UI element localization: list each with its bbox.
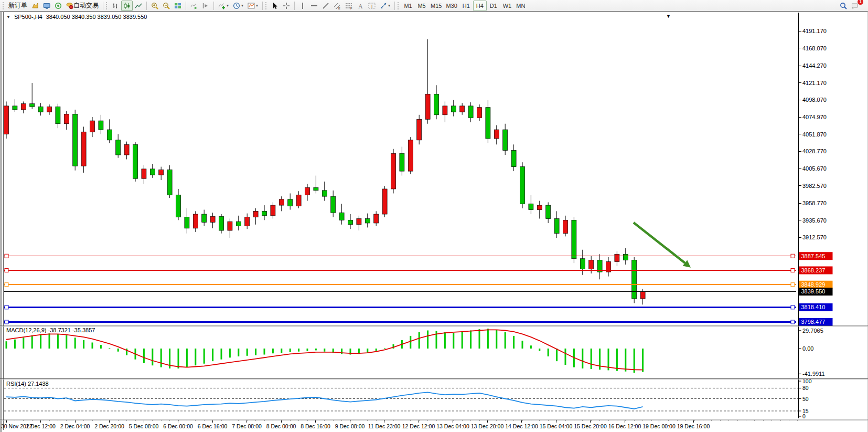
text-button[interactable]: A bbox=[355, 1, 366, 11]
chart-window: 4191.1704168.0704144.2704121.1704098.070… bbox=[0, 12, 868, 432]
svg-text:4144.270: 4144.270 bbox=[802, 62, 827, 69]
svg-text:15 Dec 20:00: 15 Dec 20:00 bbox=[574, 423, 607, 429]
svg-text:12 Dec 12:00: 12 Dec 12:00 bbox=[402, 423, 435, 429]
market-watch-button[interactable] bbox=[41, 1, 52, 11]
search-button[interactable] bbox=[838, 1, 849, 11]
chart-line-button[interactable] bbox=[133, 1, 144, 11]
template-icon bbox=[248, 2, 255, 9]
periods-button[interactable]: ▾ bbox=[231, 1, 245, 11]
channel-button[interactable]: E bbox=[331, 1, 343, 11]
svg-text:13 Dec 04:00: 13 Dec 04:00 bbox=[436, 423, 469, 429]
svg-text:▼: ▼ bbox=[666, 14, 671, 19]
svg-text:E: E bbox=[338, 6, 340, 9]
chart-candles-button[interactable] bbox=[121, 1, 133, 11]
svg-text:5 Dec 08:00: 5 Dec 08:00 bbox=[129, 423, 159, 429]
svg-text:3868.237: 3868.237 bbox=[801, 267, 826, 273]
symbol-period-label: SP500-,H4 bbox=[14, 14, 42, 20]
tf-w1-button[interactable]: W1 bbox=[500, 1, 514, 11]
vertical-line-button[interactable] bbox=[297, 1, 308, 11]
arrows-button[interactable]: ▾ bbox=[378, 1, 392, 11]
svg-text:3818.410: 3818.410 bbox=[801, 304, 826, 310]
svg-text:4191.170: 4191.170 bbox=[802, 28, 827, 34]
trendline-button[interactable] bbox=[320, 1, 331, 11]
chart-bars-button[interactable] bbox=[110, 1, 121, 11]
svg-text:29.7065: 29.7065 bbox=[802, 328, 823, 334]
tile-windows-button[interactable] bbox=[172, 1, 184, 11]
collapse-arrow-icon[interactable]: ▼ bbox=[6, 15, 10, 19]
toolbar-grip bbox=[3, 2, 4, 9]
new-order-button[interactable]: 新订单 bbox=[6, 1, 29, 11]
tf-h4-button[interactable]: H4 bbox=[473, 1, 487, 11]
text-label-button[interactable]: T bbox=[366, 1, 378, 11]
toolbar-separator bbox=[394, 2, 395, 10]
window-left-edge bbox=[0, 12, 2, 432]
fibonacci-icon: F bbox=[345, 2, 352, 9]
notifications-button[interactable]: 1 bbox=[849, 1, 861, 11]
zoom-in-button[interactable] bbox=[149, 1, 160, 11]
toolbar-grip bbox=[398, 2, 399, 9]
svg-text:4051.870: 4051.870 bbox=[802, 131, 827, 138]
svg-text:3935.670: 3935.670 bbox=[802, 217, 827, 224]
svg-text:3848.929: 3848.929 bbox=[801, 281, 826, 288]
svg-text:RSI(14) 27.1438: RSI(14) 27.1438 bbox=[6, 381, 49, 387]
horizontal-line-icon bbox=[310, 2, 318, 9]
svg-text:4028.770: 4028.770 bbox=[802, 148, 827, 154]
svg-text:19 Dec 00:00: 19 Dec 00:00 bbox=[642, 423, 676, 429]
svg-text:11 Dec 23:00: 11 Dec 23:00 bbox=[368, 423, 401, 429]
svg-text:T: T bbox=[371, 3, 373, 8]
tf-d1-button[interactable]: D1 bbox=[487, 1, 500, 11]
svg-text:3798.477: 3798.477 bbox=[801, 319, 826, 325]
chart-canvas[interactable]: 4191.1704168.0704144.2704121.1704098.070… bbox=[0, 12, 868, 432]
chevron-down-icon: ▾ bbox=[241, 3, 243, 8]
toolbar-separator bbox=[294, 2, 295, 10]
templates-button[interactable]: ▾ bbox=[245, 1, 260, 11]
svg-text:15 Dec 04:00: 15 Dec 04:00 bbox=[540, 423, 573, 429]
tf-mn-button[interactable]: MN bbox=[514, 1, 528, 11]
indicators-icon bbox=[218, 2, 226, 9]
tf-m30-button[interactable]: M30 bbox=[444, 1, 459, 11]
svg-text:8 Dec 00:00: 8 Dec 00:00 bbox=[266, 423, 296, 429]
vertical-line-icon bbox=[299, 2, 306, 9]
search-icon bbox=[840, 2, 847, 9]
svg-text:2 Dec 04:00: 2 Dec 04:00 bbox=[60, 423, 90, 429]
auto-scroll-button[interactable] bbox=[188, 1, 200, 11]
clock-icon bbox=[233, 2, 240, 9]
zoom-in-icon bbox=[151, 2, 158, 9]
tf-h1-button[interactable]: H1 bbox=[459, 1, 473, 11]
tf-m1-button[interactable]: M1 bbox=[401, 1, 415, 11]
toolbar-separator bbox=[146, 2, 147, 10]
svg-text:6 Dec 16:00: 6 Dec 16:00 bbox=[198, 423, 228, 429]
crosshair-button[interactable] bbox=[281, 1, 292, 11]
zoom-out-button[interactable] bbox=[160, 1, 172, 11]
svg-text:1 Dec 12:00: 1 Dec 12:00 bbox=[26, 423, 56, 429]
svg-text:3912.570: 3912.570 bbox=[802, 234, 827, 240]
zoom-out-icon bbox=[163, 2, 170, 9]
tf-m15-button[interactable]: M15 bbox=[428, 1, 444, 11]
market-watch-icon bbox=[43, 2, 50, 9]
indicators-button[interactable]: ▾ bbox=[216, 1, 231, 11]
svg-text:7 Dec 08:00: 7 Dec 08:00 bbox=[232, 423, 262, 429]
mt5-application: { "toolbar": { "new_order_label": "新订单",… bbox=[0, 0, 868, 432]
svg-text:6 Dec 00:00: 6 Dec 00:00 bbox=[163, 423, 193, 429]
svg-text:0.00: 0.00 bbox=[802, 345, 813, 352]
cursor-icon bbox=[271, 2, 278, 9]
svg-text:80: 80 bbox=[802, 385, 809, 391]
svg-text:4098.070: 4098.070 bbox=[802, 97, 827, 103]
chart-shift-button[interactable] bbox=[200, 1, 211, 11]
profiles-button[interactable] bbox=[29, 1, 41, 11]
svg-text:-41.9911: -41.9911 bbox=[802, 371, 825, 377]
cursor-button[interactable] bbox=[269, 1, 281, 11]
svg-text:3887.545: 3887.545 bbox=[801, 253, 826, 259]
tf-m5-button[interactable]: M5 bbox=[415, 1, 428, 11]
svg-text:4074.970: 4074.970 bbox=[802, 114, 827, 120]
signal-button[interactable] bbox=[52, 1, 64, 11]
svg-text:4121.170: 4121.170 bbox=[802, 80, 827, 86]
auto-trading-button[interactable]: 自动交易 bbox=[64, 1, 101, 11]
horizontal-line-button[interactable] bbox=[308, 1, 320, 11]
chevron-down-icon: ▾ bbox=[256, 3, 258, 8]
fibonacci-button[interactable]: F bbox=[343, 1, 355, 11]
text-label-icon: T bbox=[368, 2, 376, 9]
bar-chart-icon bbox=[112, 2, 119, 9]
chart-shift-icon bbox=[202, 2, 209, 9]
svg-text:3958.770: 3958.770 bbox=[802, 200, 827, 206]
